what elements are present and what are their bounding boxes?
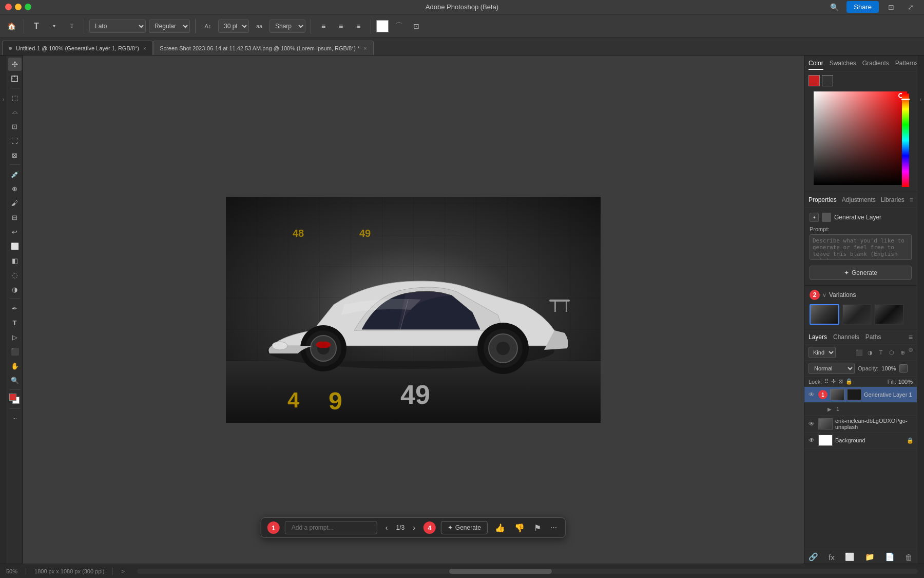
tab-screenshot[interactable]: Screen Shot 2023-06-14 at 11.42.53 AM.pn… <box>153 41 374 55</box>
extra-tools[interactable]: ··· <box>8 412 22 425</box>
prompt-textarea[interactable] <box>810 234 912 260</box>
home-icon[interactable]: 🏠 <box>4 19 18 33</box>
tab-close-button-2[interactable]: × <box>363 45 367 51</box>
dodge-tool[interactable]: ◑ <box>8 283 22 296</box>
delete-layer-button[interactable]: 🗑 <box>905 553 913 562</box>
right-panel-collapse[interactable]: ‹ <box>917 55 924 564</box>
foreground-color[interactable] <box>9 394 16 401</box>
pen-tool[interactable]: ✒ <box>8 302 22 315</box>
layer-expand-icon[interactable]: ▶ <box>827 406 832 412</box>
layer-visibility-3[interactable]: 👁 <box>807 436 816 444</box>
brush-tool[interactable]: 🖌 <box>8 196 22 210</box>
layer-visibility-2[interactable]: 👁 <box>807 420 816 428</box>
layer-row-generative[interactable]: 👁 1 Generative Layer 1 <box>804 387 917 403</box>
lock-pixels-icon[interactable]: ⠿ <box>824 378 829 385</box>
hue-slider[interactable] <box>902 94 909 187</box>
shape-filter-icon[interactable]: ⬡ <box>887 348 896 357</box>
layer-row-background[interactable]: 👁 Background 🔒 <box>804 433 917 449</box>
tab-untitled[interactable]: Untitled-1 @ 100% (Generative Layer 1, R… <box>2 41 153 55</box>
layers-tab-layers[interactable]: Layers <box>808 333 827 341</box>
text-color-swatch[interactable] <box>376 20 389 32</box>
artboard-tool[interactable] <box>8 72 22 85</box>
add-mask-button[interactable]: ⬜ <box>845 552 855 562</box>
sharp-select[interactable]: Sharp <box>270 20 305 33</box>
thumbs-down-button[interactable]: 👎 <box>512 522 527 534</box>
eraser-tool[interactable]: ⬜ <box>8 239 22 253</box>
minimize-button[interactable] <box>15 4 22 10</box>
thumbs-up-button[interactable]: 👍 <box>493 522 507 534</box>
horizontal-scrollbar[interactable] <box>137 569 918 574</box>
zoom-tool[interactable]: 🔍 <box>8 374 22 387</box>
marquee-tool[interactable]: ⬚ <box>8 91 22 104</box>
opacity-lock-icon[interactable] <box>899 364 908 372</box>
variation-thumb-1[interactable] <box>810 304 839 325</box>
path-select-tool[interactable]: ▷ <box>8 330 22 344</box>
shape-tool[interactable]: ⬛ <box>8 345 22 358</box>
background-swatch[interactable] <box>822 75 833 86</box>
scrollbar-thumb[interactable] <box>449 569 552 574</box>
lock-position-icon[interactable]: ✛ <box>831 378 836 385</box>
layers-tab-paths[interactable]: Paths <box>865 333 881 341</box>
crop-tool[interactable]: ⛶ <box>8 134 22 147</box>
status-arrow[interactable]: > <box>121 568 124 574</box>
arrange-icon[interactable]: ⊡ <box>884 2 898 13</box>
opacity-value[interactable]: 100% <box>881 365 896 371</box>
new-group-button[interactable]: 📁 <box>865 552 875 562</box>
history-tool[interactable]: ↩ <box>8 225 22 238</box>
layers-tab-channels[interactable]: Channels <box>833 333 859 341</box>
color-gradient-field[interactable] <box>814 91 907 185</box>
eyedropper-tool[interactable]: 💉 <box>8 167 22 181</box>
layer-visibility-1[interactable]: 👁 <box>807 390 816 399</box>
type-tool[interactable]: T <box>8 316 22 329</box>
warp-icon[interactable]: 𝕋 <box>64 19 79 33</box>
align-left-icon[interactable]: ≡ <box>316 19 331 33</box>
lasso-tool[interactable]: ⌓ <box>8 105 22 119</box>
color-tab-gradients[interactable]: Gradients <box>862 58 889 70</box>
generate-button[interactable]: ✦ Generate <box>441 521 488 534</box>
new-layer-button[interactable]: 📄 <box>885 552 895 562</box>
variation-thumb-3[interactable] <box>874 304 904 325</box>
font-size-select[interactable]: 30 pt <box>218 20 249 33</box>
character-panel-icon[interactable]: ⊡ <box>409 19 424 33</box>
warp-text-icon[interactable]: ⌒ <box>392 19 406 33</box>
stamp-tool[interactable]: ⊟ <box>8 211 22 224</box>
spot-heal-tool[interactable]: ⊕ <box>8 182 22 195</box>
move-tool[interactable] <box>8 58 22 71</box>
expand-icon[interactable]: ⤢ <box>903 2 918 13</box>
left-panel-collapse[interactable]: › <box>0 55 7 564</box>
blur-tool[interactable]: ◌ <box>8 268 22 282</box>
variations-chevron[interactable]: ∨ <box>822 292 826 299</box>
layer-filter-select[interactable]: Kind <box>808 347 836 358</box>
smart-filter-icon[interactable]: ⊕ <box>898 348 907 357</box>
frame-tool[interactable]: ⊠ <box>8 148 22 162</box>
color-tab-color[interactable]: Color <box>808 58 823 70</box>
lock-all-icon[interactable]: 🔒 <box>845 378 853 385</box>
add-style-button[interactable]: fx <box>829 553 835 562</box>
type-filter-icon[interactable]: T <box>876 348 886 357</box>
hand-tool[interactable]: ✋ <box>8 359 22 372</box>
props-panel-menu[interactable]: ≡ <box>910 196 913 203</box>
object-select-tool[interactable]: ⊡ <box>8 120 22 133</box>
color-tab-swatches[interactable]: Swatches <box>830 58 856 70</box>
gradient-tool[interactable]: ◧ <box>8 254 22 267</box>
flag-button[interactable]: ⚑ <box>532 522 543 534</box>
properties-generate-button[interactable]: ✦ Generate <box>810 266 912 280</box>
maximize-button[interactable] <box>25 4 31 10</box>
layer-row-photo[interactable]: 👁 erik-mclean-dbLgODXOPgo-unsplash <box>804 416 917 433</box>
search-icon[interactable]: 🔍 <box>827 2 841 13</box>
layer-visibility-sub[interactable] <box>817 405 825 413</box>
props-tab-adjustments[interactable]: Adjustments <box>842 196 876 203</box>
gen-prev-button[interactable]: ‹ <box>382 521 391 534</box>
align-right-icon[interactable]: ≡ <box>351 19 365 33</box>
lock-artboard-icon[interactable]: ⊠ <box>838 378 843 385</box>
foreground-swatch[interactable] <box>808 75 820 86</box>
variation-thumb-2[interactable] <box>842 304 872 325</box>
font-family-select[interactable]: Lato <box>89 20 146 33</box>
layers-panel-menu[interactable]: ≡ <box>909 333 913 341</box>
font-style-select[interactable]: Regular <box>149 20 190 33</box>
tab-close-button[interactable]: × <box>143 45 146 51</box>
align-center-icon[interactable]: ≡ <box>334 19 348 33</box>
link-layers-button[interactable]: 🔗 <box>808 552 818 562</box>
color-tab-patterns[interactable]: Patterns <box>895 58 918 70</box>
generation-prompt-input[interactable] <box>285 521 377 534</box>
